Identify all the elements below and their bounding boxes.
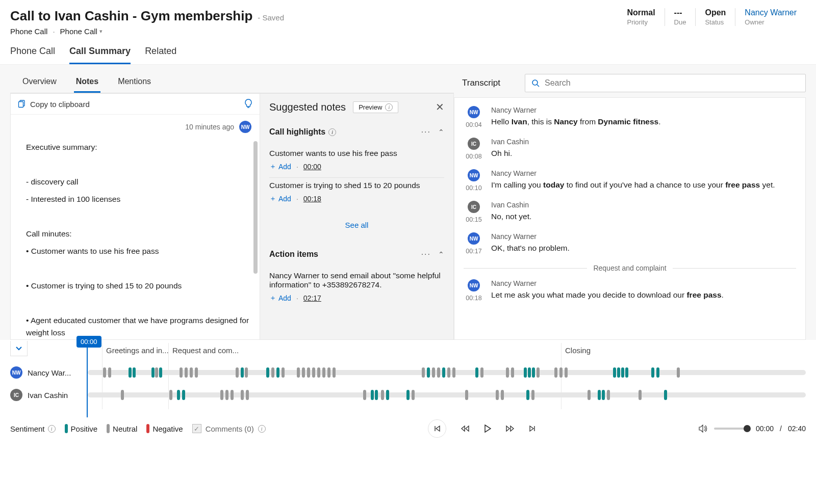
sentiment-tick[interactable] <box>241 367 244 378</box>
sentiment-tick[interactable] <box>613 367 616 378</box>
sentiment-tick[interactable] <box>427 367 430 378</box>
sentiment-tick[interactable] <box>159 367 162 378</box>
sentiment-tick[interactable] <box>639 390 642 400</box>
sentiment-tick[interactable] <box>559 367 563 378</box>
sentiment-tick[interactable] <box>220 390 223 400</box>
transcript-list[interactable]: NW00:04 Nancy WarnerHello Ivan, this is … <box>454 97 806 340</box>
more-icon[interactable]: ··· <box>421 127 431 137</box>
sentiment-tick[interactable] <box>565 367 568 378</box>
play-button[interactable] <box>484 425 491 433</box>
add-button[interactable]: ＋ Add <box>269 294 291 303</box>
volume-slider[interactable] <box>714 428 750 430</box>
sentiment-tick[interactable] <box>447 367 450 378</box>
see-all-link[interactable]: See all <box>269 215 444 235</box>
sentiment-tick[interactable] <box>422 367 425 378</box>
timestamp-link[interactable]: 00:00 <box>303 163 321 171</box>
transcript-row[interactable]: NW00:17 Nancy WarnerOK, that's no proble… <box>464 232 796 255</box>
tab-call-summary[interactable]: Call Summary <box>69 46 131 64</box>
sentiment-tick[interactable] <box>133 367 136 378</box>
sentiment-tick[interactable] <box>531 390 534 400</box>
volume-icon[interactable] <box>699 425 708 433</box>
rewind-button[interactable] <box>461 425 470 432</box>
sentiment-tick[interactable] <box>375 390 378 400</box>
tab-related[interactable]: Related <box>145 46 176 64</box>
sentiment-tick[interactable] <box>241 390 244 400</box>
sentiment-tick[interactable] <box>656 367 659 378</box>
sentiment-tick[interactable] <box>607 390 610 400</box>
sentiment-tick[interactable] <box>312 367 315 378</box>
tab-phone-call[interactable]: Phone Call <box>10 46 55 64</box>
sentiment-tick[interactable] <box>103 367 106 378</box>
sentiment-tick[interactable] <box>282 367 285 378</box>
sentiment-tick[interactable] <box>437 367 440 378</box>
sentiment-tick[interactable] <box>121 390 124 400</box>
sentiment-tick[interactable] <box>363 390 366 400</box>
sentiment-tick[interactable] <box>177 390 180 400</box>
sentiment-tick[interactable] <box>511 367 514 378</box>
meta-cell[interactable]: Nancy WarnerOwner <box>735 8 806 26</box>
timestamp-link[interactable]: 00:18 <box>303 195 321 203</box>
sentiment-tick[interactable] <box>386 390 389 400</box>
sentiment-tick[interactable] <box>317 367 320 378</box>
sentiment-tick[interactable] <box>480 367 483 378</box>
sentiment-tick[interactable] <box>246 390 249 400</box>
subtitle-form-picker[interactable]: Phone Call ▾ <box>60 27 103 36</box>
more-icon[interactable]: ··· <box>421 250 431 259</box>
skip-end-button[interactable] <box>529 425 536 432</box>
timeline-track[interactable] <box>88 392 806 397</box>
subtab-mentions[interactable]: Mentions <box>116 72 153 93</box>
skip-start-button[interactable] <box>428 419 446 438</box>
sentiment-tick[interactable] <box>245 367 248 378</box>
sentiment-tick[interactable] <box>524 367 527 378</box>
sentiment-tick[interactable] <box>651 367 654 378</box>
sentiment-tick[interactable] <box>406 390 410 400</box>
search-input[interactable] <box>545 78 799 88</box>
chevron-up-icon[interactable]: ⌃ <box>438 250 444 258</box>
sentiment-tick[interactable] <box>532 367 535 378</box>
collapse-timeline-button[interactable] <box>10 341 28 356</box>
sentiment-tick[interactable] <box>195 367 198 378</box>
volume-thumb[interactable] <box>744 425 751 432</box>
sentiment-tick[interactable] <box>554 367 557 378</box>
scrollbar-thumb[interactable] <box>253 141 258 274</box>
sentiment-tick[interactable] <box>432 367 435 378</box>
sentiment-tick[interactable] <box>182 390 185 400</box>
sentiment-tick[interactable] <box>271 367 274 378</box>
sentiment-tick[interactable] <box>526 390 529 400</box>
chevron-up-icon[interactable]: ⌃ <box>438 128 444 136</box>
forward-button[interactable] <box>505 425 515 432</box>
sentiment-tick[interactable] <box>307 367 310 378</box>
sentiment-tick[interactable] <box>501 390 504 400</box>
sentiment-tick[interactable] <box>180 367 183 378</box>
comments-toggle[interactable]: ✓ Comments (0) i <box>192 424 266 433</box>
sentiment-tick[interactable] <box>602 390 605 400</box>
sentiment-tick[interactable] <box>322 367 325 378</box>
subtab-overview[interactable]: Overview <box>20 72 59 93</box>
close-icon[interactable]: ✕ <box>436 101 444 113</box>
sentiment-tick[interactable] <box>621 367 624 378</box>
sentiment-tick[interactable] <box>266 367 269 378</box>
sentiment-tick[interactable] <box>371 390 374 400</box>
lightbulb-icon[interactable] <box>244 99 252 109</box>
sentiment-tick[interactable] <box>625 367 628 378</box>
transcript-row[interactable]: IC00:08 Ivan CashinOh hi. <box>464 138 796 160</box>
notes-body[interactable]: Executive summary: - discovery call- Int… <box>11 136 260 339</box>
sentiment-tick[interactable] <box>151 367 155 378</box>
info-icon[interactable]: i <box>328 128 336 136</box>
sentiment-tick[interactable] <box>588 390 591 400</box>
sentiment-tick[interactable] <box>537 367 540 378</box>
sentiment-tick[interactable] <box>185 367 188 378</box>
sentiment-tick[interactable] <box>381 390 384 400</box>
sentiment-tick[interactable] <box>225 390 228 400</box>
sentiment-tick[interactable] <box>506 367 509 378</box>
sentiment-tick[interactable] <box>412 390 415 400</box>
sentiment-tick[interactable] <box>297 367 300 378</box>
sentiment-tick[interactable] <box>276 367 279 378</box>
transcript-search[interactable] <box>525 74 806 92</box>
sentiment-tick[interactable] <box>442 367 445 378</box>
sentiment-tick[interactable] <box>465 390 468 400</box>
preview-badge[interactable]: Preview i <box>353 101 398 113</box>
sentiment-tick[interactable] <box>231 390 234 400</box>
subtab-notes[interactable]: Notes <box>74 72 100 93</box>
transcript-row[interactable]: NW00:18 Nancy WarnerLet me ask you what … <box>464 279 796 302</box>
